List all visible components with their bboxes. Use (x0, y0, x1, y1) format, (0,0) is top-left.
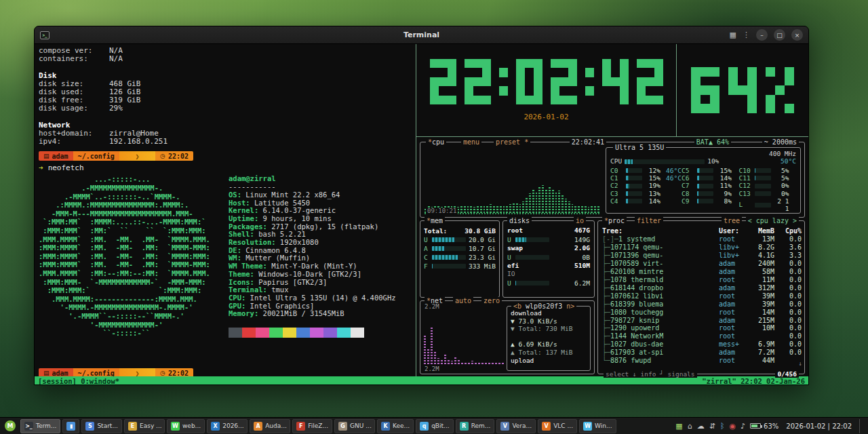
disks-box-title[interactable]: disks (507, 217, 532, 224)
process-row[interactable]: ├─ 1080 toucheggroot14M0.0 (602, 309, 802, 317)
prompt-user: adam (52, 370, 68, 376)
mem-box-title[interactable]: *mem (425, 217, 445, 224)
user-icon: ▤ (43, 370, 50, 376)
proc-box-title[interactable]: *proc (602, 217, 627, 224)
process-row[interactable]: ├─ 618399 bluemaadam39M0.0 (602, 300, 802, 309)
titlebar[interactable]: >_ Terminal ▦ ⋮ – □ × (35, 26, 808, 44)
app-label: GNU ... (350, 422, 372, 429)
graph-bar (516, 203, 518, 213)
menu-kebab-icon[interactable]: ⋮ (743, 31, 750, 39)
net-auto-toggle[interactable]: auto (453, 297, 473, 304)
btop-pane[interactable]: *cpu menu preset * 22:02:41 BAT▲ 64% ~ 2… (416, 136, 808, 376)
menu-button[interactable]: menu (461, 138, 481, 146)
show-desktop-button[interactable] (859, 419, 863, 433)
graph-bar (591, 206, 593, 213)
terminal-body[interactable]: compose ver:N/Acontainers:N/A Diskdisk s… (35, 44, 808, 376)
workspace-grid-icon[interactable]: ▦ (730, 31, 736, 39)
cloud-sync-icon[interactable]: ☁ (697, 422, 705, 430)
process-row[interactable]: ├─ 1071174 qemu-libv+8.2G3.6 (602, 243, 802, 252)
minimize-button[interactable]: – (756, 29, 768, 41)
close-button[interactable]: × (791, 29, 803, 41)
taskbar-app-vlc[interactable]: VVLC ... (538, 419, 577, 433)
network-box[interactable]: *net auto zero 2.2M 2.2M <b wlp0s20f3 n>… (420, 300, 595, 374)
scroll-down-icon[interactable]: ↓ (799, 360, 802, 367)
process-row[interactable]: ├─ 1290 upowerdroot10M0.0 (602, 324, 802, 332)
big-battery-percent (691, 67, 794, 113)
tty-clock-pane[interactable]: 2026-01-02 (416, 44, 676, 136)
graph-bar (465, 363, 467, 364)
process-count: 0/456 (775, 370, 799, 378)
tree-toggle[interactable]: tree (722, 217, 742, 224)
process-box[interactable]: *proc filter tree < cpu lazy > Tree: Use… (597, 220, 805, 374)
process-row[interactable]: ├─ 798727 ksnipadam215M0.0 (602, 317, 802, 325)
status-applet-icon[interactable]: ▦ (675, 422, 682, 430)
net-graph-bars (424, 311, 504, 364)
process-row[interactable]: ├─ 620108 mintreadam58M0.0 (602, 268, 802, 276)
process-row[interactable]: ├─ 1070612 libviroot39M0.0 (602, 292, 802, 300)
graph-bar (477, 206, 479, 213)
cpu-box[interactable]: *cpu menu preset * 22:02:41 BAT▲ 64% ~ 2… (420, 142, 805, 218)
preset-button[interactable]: preset * (494, 138, 530, 146)
graph-bar (498, 362, 500, 364)
taskbar-app-filez[interactable]: FFileZ... (292, 419, 332, 433)
cpu-total-meter (625, 159, 705, 164)
scroll-up-icon[interactable]: ↑ (799, 226, 802, 233)
battery-icon (750, 423, 761, 429)
taskbar-app-rem[interactable]: RRem... (456, 419, 495, 433)
volume-icon[interactable]: ♪ (741, 422, 745, 430)
cpu-box-title[interactable]: *cpu (426, 138, 446, 146)
taskbar[interactable]: M >_Term...▮SStart...EEasy ...Wweb...X20… (0, 417, 868, 434)
battery-indicator[interactable]: 63% (750, 422, 778, 430)
network-traffic-icon[interactable]: ⇵ (709, 422, 715, 430)
taskbar-app-kee[interactable]: KKee... (377, 419, 414, 433)
process-row[interactable]: [-]─1 systemdroot13M0.0 (602, 235, 802, 243)
process-row[interactable]: └─ 8876 fwupdroot44M (602, 357, 802, 365)
process-row[interactable]: ├─ 618144 dropboadam312M0.0 (602, 284, 802, 292)
tmux-session-label[interactable]: [session] 0:window* (38, 377, 119, 385)
process-row[interactable]: ├─ 1078 thermaldroot11M0.0 (602, 276, 802, 284)
memory-box[interactable]: *mem Total: 30.8 GiB U20.0 GiA10.7 GiC23… (420, 220, 500, 298)
taskbar-clock[interactable]: 2026-01-02 | 22:02 (783, 422, 854, 430)
graph-bar (536, 191, 538, 213)
net-zero-toggle[interactable]: zero (481, 297, 502, 304)
process-list[interactable]: [-]─1 systemdroot13M0.0 ├─ 1071174 qemu-… (602, 235, 802, 371)
disk-usage-row: U6.2M (507, 279, 590, 288)
process-row[interactable]: ├─ 1070589 virt-adam240M0.0 (602, 260, 802, 268)
refresh-interval[interactable]: ~ 2000ms (762, 138, 799, 146)
process-row[interactable]: ├─ 1027 dbus-daemess+6.9M0.0 (602, 340, 802, 349)
taskbar-app-win[interactable]: WWin... (579, 419, 616, 433)
sort-selector[interactable]: < cpu lazy > (746, 217, 799, 224)
right-panes[interactable]: 2026-01-02 *cpu menu preset * 22:02:41 B… (416, 44, 808, 376)
taskbar-app-start[interactable]: SStart... (81, 419, 122, 433)
taskbar-app-qbit[interactable]: qqBit... (416, 419, 454, 433)
process-row[interactable]: ├─ 1144 NetworkMroot0.0 (602, 332, 802, 340)
palette-swatch (242, 328, 256, 338)
process-row[interactable]: ├─ 617903 at-spiadam7.2M0.0 (602, 349, 802, 357)
taskbar-app-easy[interactable]: EEasy ... (124, 419, 165, 433)
graph-bar (585, 206, 587, 213)
io-toggle[interactable]: io (574, 217, 586, 224)
filter-button[interactable]: filter (635, 217, 663, 224)
taskbar-app-vera[interactable]: VVera... (496, 419, 536, 433)
process-row[interactable]: ├─ 1071396 qemu-libv+4.1G3.3 (602, 252, 802, 260)
user-icon: ▤ (43, 153, 50, 159)
graph-bar (468, 362, 470, 364)
battery-percent-pane[interactable] (676, 44, 808, 136)
system-tray[interactable]: ▦⌂☁⇵ᛒ◉♪ 63% 2026-01-02 | 22:02 (673, 419, 866, 433)
taskbar-app-icon[interactable]: ▮ (62, 419, 79, 433)
taskbar-app-2026[interactable]: X2026... (207, 419, 248, 433)
taskbar-app-auda[interactable]: AAuda... (250, 419, 290, 433)
home-applet-icon[interactable]: ⌂ (688, 422, 692, 430)
taskbar-app-web[interactable]: Wweb... (167, 419, 205, 433)
cpu-frequency: 400 MHz (610, 151, 796, 157)
shell-pane[interactable]: compose ver:N/Acontainers:N/A Diskdisk s… (35, 44, 416, 376)
record-indicator-icon[interactable]: ◉ (729, 422, 736, 430)
maximize-button[interactable]: □ (774, 29, 785, 41)
disks-box[interactable]: disks io root467GU149Gswap2.0GU0Befi510M… (502, 220, 595, 298)
taskbar-app-gnu[interactable]: GGNU ... (334, 419, 375, 433)
bluetooth-icon[interactable]: ᛒ (720, 422, 725, 430)
taskbar-app-term[interactable]: >_Term... (20, 419, 60, 433)
net-interface-title[interactable]: <b wlp0s20f3 n> (511, 302, 576, 310)
mint-menu-button[interactable]: M (2, 419, 18, 433)
terminal-window[interactable]: >_ Terminal ▦ ⋮ – □ × compose ver:N/Acon… (34, 26, 809, 385)
